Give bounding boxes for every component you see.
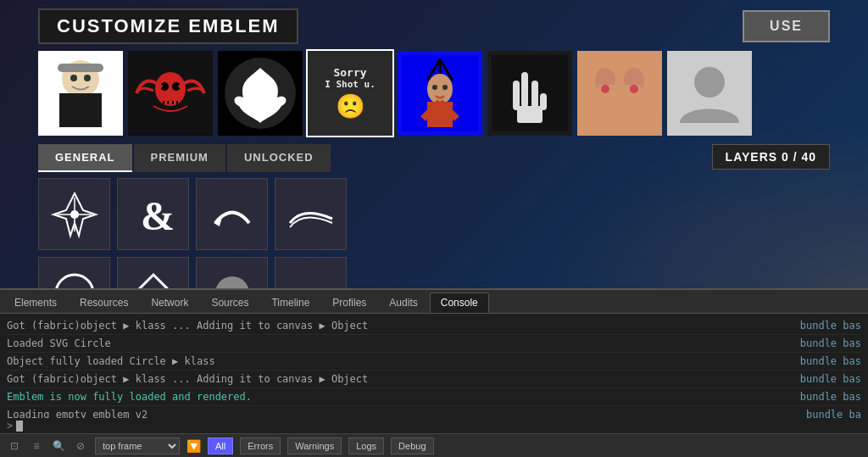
svg-point-38 — [601, 85, 609, 93]
svg-point-3 — [70, 75, 77, 81]
svg-point-23 — [442, 85, 448, 90]
svg-point-40 — [694, 67, 725, 98]
filter-all-btn[interactable]: All — [208, 437, 233, 454]
items-grid: & — [38, 178, 369, 288]
dock-icon[interactable]: ⊡ — [7, 438, 22, 454]
log-text: Object fully loaded Circle ▶ klass — [7, 354, 792, 369]
svg-rect-29 — [521, 72, 528, 108]
search-icon[interactable]: 🔍 — [51, 438, 66, 454]
tab-network[interactable]: Network — [140, 293, 199, 313]
prompt-symbol: > — [7, 420, 13, 432]
layers-counter: LAYERS 0 / 40 — [712, 144, 830, 170]
devtools-panel: Elements Resources Network Sources Timel… — [0, 288, 868, 457]
tab-premium[interactable]: PREMIUM — [134, 144, 225, 172]
emblem-hand-sign[interactable] — [487, 51, 572, 136]
emblem-row: Sorry I Shot u. 🙁 — [38, 51, 830, 136]
svg-rect-31 — [531, 81, 538, 110]
svg-rect-2 — [59, 93, 102, 127]
console-line: Emblem is now fully loaded and rendered.… — [7, 388, 861, 406]
filter-debug-btn[interactable]: Debug — [391, 437, 433, 454]
log-text: Loaded SVG Circle — [7, 336, 792, 351]
filter-logs-btn[interactable]: Logs — [348, 437, 384, 454]
svg-point-4 — [84, 75, 91, 81]
log-source: bundle bas — [800, 389, 861, 404]
console-line: Object fully loaded Circle ▶ klass bundl… — [7, 353, 861, 371]
log-text: Got (fabric)object ▶ klass ... Adding it… — [7, 371, 792, 387]
emblem-body[interactable] — [577, 51, 662, 136]
console-line: Loaded SVG Circle bundle bas — [7, 335, 861, 353]
use-button[interactable]: USE — [743, 10, 830, 42]
svg-rect-5 — [58, 64, 103, 72]
log-text: Emblem is now fully loaded and rendered. — [7, 389, 792, 404]
console-content: Got (fabric)object ▶ klass ... Adding it… — [0, 314, 868, 418]
svg-point-46 — [215, 276, 249, 289]
emblem-skull-wings[interactable] — [128, 51, 213, 136]
log-source: bundle bas — [800, 371, 861, 387]
svg-rect-32 — [540, 93, 547, 110]
console-line: Loading empty emblem v2 bundle ba — [7, 406, 861, 418]
devtools-bottom-toolbar: ⊡ ≡ 🔍 ⊘ top frame 🔽 All Errors Warnings … — [0, 433, 868, 457]
tab-resources[interactable]: Resources — [69, 293, 139, 313]
console-line: Got (fabric)object ▶ klass ... Adding it… — [7, 317, 861, 335]
list-icon[interactable]: ≡ — [29, 438, 44, 454]
sorry-text-line1: Sorry — [333, 66, 366, 79]
title-box: CUSTOMIZE EMBLEM — [38, 8, 298, 44]
tab-general[interactable]: GENERAL — [38, 144, 132, 172]
log-source: bundle bas — [800, 318, 861, 333]
tab-unlocked[interactable]: UNLOCKED — [227, 144, 331, 172]
item-ampersand[interactable]: & — [117, 178, 189, 250]
console-line: Got (fabric)object ▶ klass ... Adding it… — [7, 371, 861, 388]
emblem-breaking-bad[interactable] — [38, 51, 123, 136]
record-icon[interactable]: ⊘ — [73, 438, 88, 454]
item-shape[interactable] — [275, 257, 347, 288]
item-diamond[interactable] — [117, 257, 189, 288]
svg-point-37 — [630, 85, 638, 93]
log-text: Loading empty emblem v2 — [7, 407, 798, 418]
emblem-native-american[interactable] — [398, 51, 482, 136]
sorry-text-line2: I Shot u. — [325, 79, 376, 90]
page-title: CUSTOMIZE EMBLEM — [57, 15, 280, 36]
tab-console[interactable]: Console — [430, 293, 489, 313]
item-arrow-curve[interactable] — [196, 178, 268, 250]
log-source: bundle bas — [800, 336, 861, 351]
title-bar: CUSTOMIZE EMBLEM USE — [38, 8, 830, 44]
game-area: CUSTOMIZE EMBLEM USE — [0, 0, 868, 288]
devtools-tabs: Elements Resources Network Sources Timel… — [0, 290, 868, 314]
cursor-bar — [16, 421, 23, 432]
log-source: bundle bas — [800, 354, 861, 369]
tab-timeline[interactable]: Timeline — [260, 293, 320, 313]
svg-rect-28 — [517, 106, 542, 123]
svg-point-45 — [56, 275, 93, 289]
item-wing-curve[interactable] — [275, 178, 347, 250]
svg-rect-30 — [513, 81, 520, 110]
svg-text:&: & — [141, 193, 175, 238]
filter-errors-btn[interactable]: Errors — [240, 437, 281, 454]
tab-profiles[interactable]: Profiles — [321, 293, 377, 313]
tab-elements[interactable]: Elements — [3, 293, 68, 313]
console-prompt: > — [0, 418, 868, 433]
filter-warnings-btn[interactable]: Warnings — [287, 437, 342, 454]
log-text: Got (fabric)object ▶ klass ... Adding it… — [7, 318, 792, 333]
item-circle[interactable] — [38, 257, 110, 288]
emblem-default-avatar[interactable] — [667, 51, 752, 136]
log-source: bundle ba — [806, 407, 861, 418]
svg-point-22 — [432, 85, 437, 90]
item-plane[interactable] — [38, 178, 110, 250]
svg-point-21 — [427, 74, 453, 104]
emblem-sorry-shot[interactable]: Sorry I Shot u. 🙁 — [308, 51, 392, 136]
filter-icon[interactable]: 🔽 — [186, 439, 201, 453]
frame-selector[interactable]: top frame — [95, 437, 180, 454]
tabs-section: GENERAL PREMIUM UNLOCKED — [38, 144, 331, 172]
item-star[interactable] — [196, 257, 268, 288]
tab-sources[interactable]: Sources — [200, 293, 259, 313]
frowny-face-icon: 🙁 — [336, 92, 365, 120]
emblem-bird-silhouette[interactable] — [218, 51, 303, 136]
tab-audits[interactable]: Audits — [378, 293, 428, 313]
